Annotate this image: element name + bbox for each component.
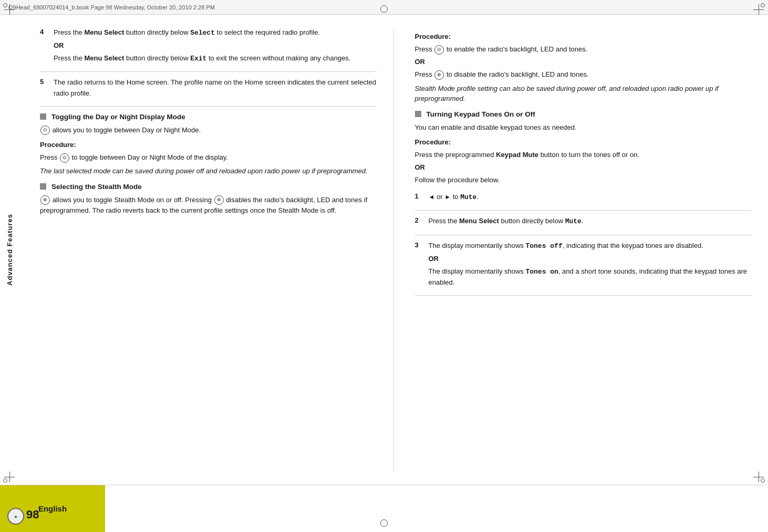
item-4-or1: OR (54, 40, 377, 51)
footer-circle-icon: ● (7, 508, 24, 525)
stealth-icon: ⊛ (40, 195, 50, 205)
item-5-text: The radio returns to the Home screen. Th… (54, 77, 377, 98)
stealth-proc-icon1: ⊙ (434, 45, 444, 55)
keypad-item-1-number: 1 (415, 192, 425, 205)
keypad-intro: You can enable and disable keypad tones … (415, 122, 752, 133)
tones-off-text: Tones off (525, 242, 562, 249)
stealth-italic: Stealth Mode profile setting can also be… (415, 84, 752, 104)
keypad-item-3-or: OR (429, 254, 752, 264)
crosshair-circle-tl (3, 3, 7, 7)
keypad-item-2: 2 Press the Menu Select button directly … (415, 216, 752, 235)
keypad-item-2-number: 2 (415, 216, 425, 229)
keypad-item-1-content: ◄ or ► to Mute. (429, 192, 752, 205)
section-keypad-title: Turning Keypad Tones On or Off (427, 110, 535, 118)
keypad-item-2-content: Press the Menu Select button directly be… (429, 216, 752, 229)
section-icon-keypad (415, 111, 421, 117)
side-tab: Advanced Features (0, 15, 19, 485)
day-night-italic: The last selected mode can be saved duri… (40, 166, 377, 176)
keypad-proc-text2: Follow the procedure below. (415, 175, 752, 185)
item-4-bold1: Menu Select (85, 28, 124, 36)
item-5-content: The radio returns to the Home screen. Th… (54, 77, 377, 100)
section-icon-day-night (40, 113, 46, 120)
keypad-item-3-number: 3 (415, 241, 425, 290)
keypad-or1: OR (415, 162, 752, 173)
day-night-icon: ⊙ (40, 126, 50, 135)
section-day-night: Toggling the Day or Night Display Mode ⊙… (40, 113, 377, 176)
keypad-item-1-text: ◄ or ► to Mute. (429, 192, 752, 203)
item-4-number: 4 (40, 28, 50, 66)
item-4-content: Press the Menu Select button directly be… (54, 27, 377, 66)
footer-language-label: English (38, 504, 67, 513)
section-stealth-desc: ⊛ allows you to toggle Stealth Mode on o… (40, 195, 377, 216)
main-content: Advanced Features 4 Press the Menu Selec… (0, 15, 768, 485)
keypad-bold: Keypad Mute (496, 151, 538, 159)
left-column: 4 Press the Menu Select button directly … (19, 27, 394, 472)
keypad-procedure-label: Procedure: (415, 137, 752, 148)
top-center-marker (380, 5, 388, 13)
keypad-item-3-text1: The display momentarily shows Tones off,… (429, 241, 752, 252)
tones-on-mono: Tones on (525, 268, 558, 276)
procedure-icon-1: ⊙ (60, 153, 69, 163)
nav-arrow-right: ► (444, 192, 451, 202)
mute-mono-2: Mute (565, 217, 582, 225)
section-stealth-title: Selecting the Stealth Mode (51, 183, 142, 191)
item-4-mono1: Select (190, 29, 215, 37)
footer-page-number: 98 (26, 508, 39, 521)
stealth-desc-text1: allows you to toggle Stealth Mode on or … (53, 196, 214, 204)
keypad-item-3-content: The display momentarily shows Tones off,… (429, 241, 752, 290)
procedure-text-1: Press ⊙ to toggle between Day or Night M… (40, 152, 377, 163)
mute-mono-1: Mute (460, 193, 476, 201)
section-keypad-tones: Turning Keypad Tones On or Off You can e… (415, 110, 752, 186)
item-5: 5 The radio returns to the Home screen. … (40, 77, 377, 106)
stealth-proc-icon2: ⊛ (434, 70, 444, 80)
keypad-item-3: 3 The display momentarily shows Tones of… (415, 241, 752, 296)
item-4-bold2: Menu Select (85, 54, 124, 62)
side-tab-label: Advanced Features (6, 214, 14, 286)
procedure-label-1: Procedure: (40, 140, 377, 150)
right-column: Procedure: Press ⊙ to enable the radio's… (394, 27, 769, 472)
section-stealth: Selecting the Stealth Mode ⊛ allows you … (40, 183, 377, 216)
stealth-procedure-block: Procedure: Press ⊙ to enable the radio's… (415, 32, 752, 104)
section-keypad-heading: Turning Keypad Tones On or Off (415, 110, 752, 118)
crosshair-circle-tr (761, 3, 765, 7)
item-4-para2: Press the Menu Select button directly be… (54, 53, 377, 64)
stealth-icon-2: ⊛ (214, 195, 224, 205)
item-4-mono2: Exit (190, 55, 206, 62)
keypad-item-1: 1 ◄ or ► to Mute. (415, 192, 752, 211)
footer: English 98 ● (0, 485, 768, 532)
section-day-night-heading: Toggling the Day or Night Display Mode (40, 113, 377, 121)
keypad-proc-text1: Press the preprogrammed Keypad Mute butt… (415, 150, 752, 160)
section-day-night-desc-text: allows you to toggle between Day or Nigh… (53, 126, 201, 134)
section-day-night-desc: ⊙ allows you to toggle between Day or Ni… (40, 125, 377, 135)
footer-icon-inner: ● (14, 514, 17, 519)
page-container: O9Head_68007024014_b.book Page 98 Wednes… (0, 0, 768, 532)
section-day-night-title: Toggling the Day or Night Display Mode (51, 113, 185, 121)
item-4: 4 Press the Menu Select button directly … (40, 27, 377, 72)
nav-arrow-left: ◄ (429, 192, 435, 202)
section-icon-stealth (40, 183, 46, 190)
keypad-item-2-text: Press the Menu Select button directly be… (429, 216, 752, 227)
keypad-item-2-bold: Menu Select (459, 217, 499, 225)
tones-off-mono: Tones off (525, 242, 562, 250)
item-5-number: 5 (40, 78, 50, 100)
stealth-procedure-label: Procedure: (415, 32, 752, 42)
keypad-item-3-text2: The display momentarily shows Tones on, … (429, 266, 752, 288)
stealth-proc-or1: OR (415, 57, 752, 67)
columns-wrapper: 4 Press the Menu Select button directly … (19, 15, 768, 485)
tones-on-text: Tones on (525, 267, 558, 275)
section-stealth-heading: Selecting the Stealth Mode (40, 183, 377, 191)
file-info: O9Head_68007024014_b.book Page 98 Wednes… (8, 4, 215, 11)
item-4-para1: Press the Menu Select button directly be… (54, 27, 377, 38)
stealth-proc-text1: Press ⊙ to enable the radio's backlight,… (415, 44, 752, 55)
stealth-proc-text2: Press ⊛ to disable the radio's backlight… (415, 69, 752, 80)
